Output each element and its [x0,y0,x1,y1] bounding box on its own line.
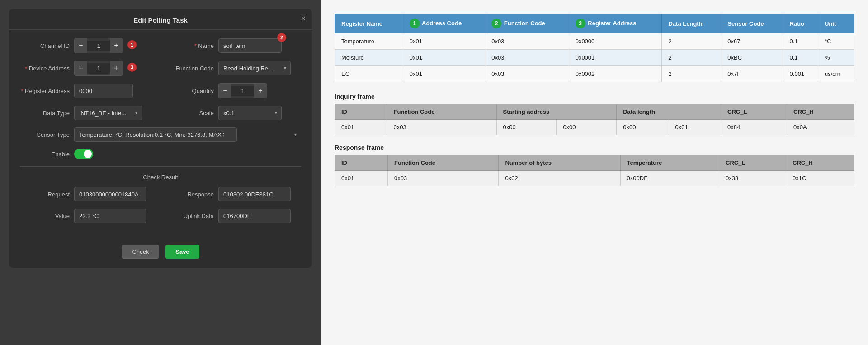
inquiry-header-row: ID Function Code Starting address Data l… [335,104,854,120]
data-type-select[interactable]: INT16_BE - Inte... [74,106,142,120]
quantity-value[interactable] [231,86,254,96]
response-input[interactable] [218,187,291,201]
main-register-table: Register Name 1 Address Code 2 Function … [335,14,854,82]
cell-inq-crc-h: 0x0A [787,120,854,135]
th-res-bytes: Number of bytes [499,155,620,171]
modal-body: Channel ID − + 1 Name 2 [9,30,312,238]
channel-id-minus-button[interactable]: − [75,38,87,53]
channel-id-value[interactable] [87,41,110,51]
cell-ratio: 0.1 [783,33,818,50]
response-header-row: ID Function Code Number of bytes Tempera… [335,155,854,171]
device-address-input[interactable]: − + [74,61,123,76]
form-group-uplink: Uplink Data [164,209,301,223]
cell-sensor-code: 0xBC [721,50,783,66]
th-register-name: Register Name [335,14,403,33]
modal-overlay: Edit Polling Task × Channel ID − + 1 Nam… [0,0,321,345]
form-group-value: Value [20,209,157,223]
device-address-minus-button[interactable]: − [75,61,87,75]
cell-sensor-code: 0x7F [721,66,783,82]
th-res-crc-h: CRC_H [786,155,854,171]
function-code-select[interactable]: Read Holding Re... [218,61,291,75]
cell-ratio: 0.001 [783,66,818,82]
name-input[interactable] [218,38,282,53]
cell-inq-start1: 0x00 [496,120,557,135]
form-group-function-code: Function Code Read Holding Re... [164,61,301,75]
response-frame-title: Response frame [335,144,854,151]
data-type-select-wrapper: INT16_BE - Inte... [74,106,142,120]
form-group-sensor: Sensor Type Temperature, °C, Resolution:… [20,127,301,142]
form-group-scale: Scale x0.1 [164,106,301,120]
th-function-code: 2 Function Code [485,14,569,33]
value-label: Value [20,213,70,219]
edit-polling-task-modal: Edit Polling Task × Channel ID − + 1 Nam… [9,9,312,268]
cell-res-id: 0x01 [335,171,388,186]
cell-addr-code: 0x01 [403,33,485,50]
check-result-title: Check Result [20,174,301,181]
device-address-value[interactable] [87,63,110,74]
cell-inq-func: 0x03 [387,120,496,135]
th-sensor-code: Sensor Code [721,14,783,33]
function-code-label: Function Code [164,65,214,72]
scale-select[interactable]: x0.1 [218,106,282,120]
close-button[interactable]: × [301,14,306,23]
quantity-plus-button[interactable]: + [254,84,267,98]
form-group-quantity: Quantity − + [164,83,301,98]
uplink-label: Uplink Data [164,213,214,219]
quantity-label: Quantity [164,88,214,94]
form-group-datatype: Data Type INT16_BE - Inte... [20,106,157,120]
cell-res-crc-h: 0x1C [786,171,854,186]
register-address-input[interactable] [74,84,133,98]
th-inq-crc-l: CRC_L [721,104,787,120]
sensor-type-label: Sensor Type [20,131,70,138]
quantity-minus-button[interactable]: − [219,84,231,98]
function-code-select-wrapper: Read Holding Re... [218,61,291,75]
form-row-register-quantity: Register Address Quantity − + [20,83,301,98]
uplink-input[interactable] [218,209,291,223]
channel-id-input[interactable]: − + [74,38,123,53]
cell-unit: °C [818,33,854,50]
scale-label: Scale [164,110,214,117]
th-register-address: 3 Register Address [569,14,662,33]
th-address-code: 1 Address Code [403,14,485,33]
table-row: Moisture 0x01 0x03 0x0001 2 0xBC 0.1 % [335,50,854,66]
channel-id-plus-button[interactable]: + [110,38,123,53]
value-input[interactable] [74,209,146,223]
cell-res-func: 0x03 [388,171,499,186]
main-table-header-row: Register Name 1 Address Code 2 Function … [335,14,854,33]
form-group-name: Name 2 [164,38,301,53]
response-frame-table: ID Function Code Number of bytes Tempera… [335,155,854,186]
th-data-length: Data Length [662,14,721,33]
channel-id-badge: 1 [127,40,137,49]
cell-sensor-code: 0x67 [721,33,783,50]
cell-reg-name: EC [335,66,403,82]
th-res-id: ID [335,155,388,171]
name-badge: 2 [277,33,286,42]
check-button[interactable]: Check [122,245,159,259]
table-row: 0x01 0x03 0x00 0x00 0x00 0x01 0x84 0x0A [335,120,854,135]
enable-toggle[interactable] [74,149,93,159]
cell-unit: % [818,50,854,66]
cell-res-temp: 0x00DE [620,171,719,186]
quantity-input[interactable]: − + [218,83,267,98]
cell-func-code: 0x03 [485,33,569,50]
save-button[interactable]: Save [165,245,199,259]
modal-title: Edit Polling Task [133,16,188,24]
cell-reg-name: Moisture [335,50,403,66]
request-label: Request [20,191,70,198]
cell-addr-code: 0x01 [403,66,485,82]
form-row-enable: Enable [20,149,301,159]
cell-res-crc-l: 0x38 [719,171,786,186]
th-inq-start-addr: Starting address [496,104,617,120]
form-group-response: Response [164,187,301,201]
sensor-type-select-wrapper: Temperature, °C, Resolution:0.1 °C, Min:… [74,127,301,142]
cell-func-code: 0x03 [485,50,569,66]
cell-inq-id: 0x01 [335,120,387,135]
form-row-channel-name: Channel ID − + 1 Name 2 [20,38,301,53]
badge-1: 1 [410,19,420,28]
cell-data-len: 2 [662,66,721,82]
device-address-plus-button[interactable]: + [110,61,123,75]
badge-2: 2 [491,19,501,28]
cell-data-len: 2 [662,33,721,50]
sensor-type-select[interactable]: Temperature, °C, Resolution:0.1 °C, Min:… [74,127,237,142]
request-input[interactable] [74,187,146,201]
